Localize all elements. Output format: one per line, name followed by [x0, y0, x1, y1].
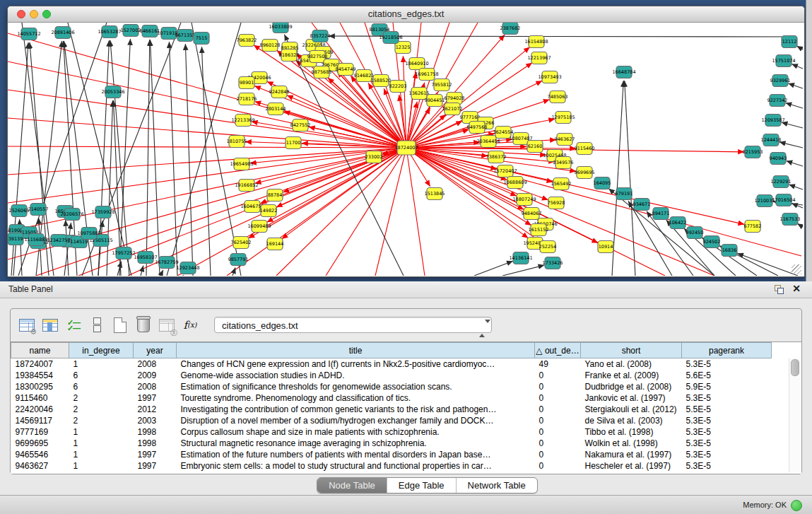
network-node[interactable]: 7625402	[231, 237, 252, 249]
table-cell[interactable]: 1997	[134, 392, 177, 404]
table-cell[interactable]: 2008	[134, 381, 177, 392]
table-row[interactable]: 911546021997Tourette syndrome. Phenomeno…	[11, 392, 772, 404]
network-edge[interactable]	[183, 275, 184, 276]
table-selector-dropdown[interactable]: citations_edges.txt	[214, 317, 492, 333]
table-cell[interactable]: 6	[69, 370, 134, 381]
network-edge[interactable]	[167, 23, 241, 276]
table-row[interactable]: 946362711997Embryonic stem cells: a mode…	[11, 460, 772, 472]
table-header-row[interactable]: namein_degreeyeartitle△ out_de…shortpage…	[11, 343, 772, 358]
network-edge[interactable]	[276, 148, 406, 276]
table-cell[interactable]: Wolkin et al. (1998)	[581, 438, 682, 449]
table-row[interactable]: 1938455462009Genome-wide association stu…	[11, 370, 772, 381]
network-node[interactable]: 8357224	[310, 30, 331, 42]
table-cell[interactable]: 5.3E-5	[682, 358, 772, 370]
table-cell[interactable]: 9463627	[11, 460, 69, 472]
table-cell[interactable]: 2009	[134, 370, 177, 381]
network-node[interactable]: 8960128	[260, 40, 281, 52]
network-edge[interactable]	[406, 72, 416, 148]
table-cell[interactable]: 5.9E-5	[682, 381, 772, 392]
network-edge[interactable]	[146, 40, 150, 276]
network-edge[interactable]	[789, 185, 803, 189]
table-cell[interactable]: Tibbo et al. (1998)	[581, 426, 682, 438]
network-node[interactable]: 992450	[686, 227, 704, 239]
column-header-short[interactable]: short	[581, 343, 682, 358]
table-cell[interactable]: Investigating the contribution of common…	[177, 404, 535, 415]
network-node[interactable]: 9115460	[575, 143, 595, 155]
network-node[interactable]: 1565492	[551, 178, 572, 190]
network-node[interactable]: 252254	[539, 241, 557, 253]
network-node[interactable]: 7485063	[548, 91, 568, 103]
window-resize-grip[interactable]	[792, 264, 801, 274]
close-panel-icon[interactable]: ✕	[792, 283, 801, 294]
network-node[interactable]: 2140557	[28, 204, 49, 216]
table-cell[interactable]: 14569117	[11, 415, 69, 426]
network-edge[interactable]	[185, 44, 193, 276]
memory-status-indicator[interactable]	[791, 500, 802, 511]
network-node[interactable]: 1513845	[425, 188, 445, 200]
network-edge[interactable]	[785, 103, 803, 108]
tab-edge-table[interactable]: Edge Table	[387, 478, 456, 493]
table-cell[interactable]: Jankovic et al. (1997)	[581, 392, 682, 404]
column-header-out_de[interactable]: △ out_de…	[535, 343, 581, 358]
table-cell[interactable]: de Silva et al. (2003)	[581, 415, 682, 426]
network-edge[interactable]	[8, 146, 406, 148]
table-cell[interactable]: 2	[69, 392, 134, 404]
network-node[interactable]: 15720407	[493, 165, 517, 177]
network-edge[interactable]	[110, 40, 129, 276]
network-edge[interactable]	[150, 40, 160, 276]
table-cell[interactable]: Estimation of significance thresholds fo…	[177, 381, 535, 392]
network-node[interactable]: 7963822	[237, 35, 257, 47]
network-node[interactable]: 16648784	[612, 66, 635, 78]
table-cell[interactable]: 1997	[134, 460, 177, 472]
network-node[interactable]: 10914	[598, 241, 613, 253]
network-node[interactable]: 9484067	[522, 208, 542, 220]
network-node[interactable]: 1615152	[529, 224, 549, 236]
network-node[interactable]: 12093587	[761, 115, 784, 127]
table-row[interactable]: 2242004622012Investigating the contribut…	[11, 404, 772, 415]
table-cell[interactable]: Estimation of the future numbers of pati…	[177, 449, 535, 460]
table-cell[interactable]: Embryonic stem cells: a model to study s…	[177, 460, 535, 472]
network-edge[interactable]	[160, 270, 163, 276]
delete-icon[interactable]	[134, 316, 153, 334]
network-edge[interactable]	[267, 148, 406, 222]
rows-icon[interactable]	[88, 316, 106, 334]
table-cell[interactable]: 1998	[134, 426, 177, 438]
table-cell[interactable]: 18300295	[11, 381, 69, 392]
network-node[interactable]: 19166852	[235, 180, 258, 192]
network-node[interactable]: 10688609	[503, 177, 526, 189]
table-cell[interactable]: 9777169	[11, 426, 69, 438]
table-cell[interactable]: 1	[69, 426, 134, 438]
network-node[interactable]: 17016504	[772, 194, 795, 206]
network-node[interactable]: 940943	[770, 153, 787, 165]
network-node[interactable]: 7955812	[432, 79, 452, 91]
tab-node-table[interactable]: Node Table	[317, 478, 387, 493]
network-node[interactable]: 9671355	[175, 30, 196, 42]
network-node[interactable]: 106422	[669, 217, 687, 229]
table-cell[interactable]: 5.3E-5	[682, 449, 772, 460]
network-node[interactable]: 1229291	[771, 176, 792, 188]
network-edge[interactable]	[406, 148, 744, 224]
network-node[interactable]: 894171	[652, 208, 670, 220]
table-row[interactable]: 977716911998Corpus callosum shape and si…	[11, 426, 772, 438]
network-node[interactable]: 1588520	[371, 75, 392, 87]
network-node[interactable]: 2718176	[237, 93, 257, 105]
table-cell[interactable]: 5.3E-5	[682, 438, 772, 449]
table-cell[interactable]: 5.3E-5	[682, 415, 772, 426]
network-node[interactable]: 7386372	[486, 151, 507, 163]
network-node[interactable]: 6497568	[467, 122, 488, 134]
network-node[interactable]: 8186328	[279, 49, 300, 62]
network-node[interactable]: 1621072	[442, 103, 463, 115]
table-cell[interactable]: 0	[535, 426, 581, 438]
network-node[interactable]: 924502	[703, 236, 721, 248]
network-node[interactable]: 2387682	[500, 23, 521, 35]
table-cell[interactable]: 5.3E-5	[682, 426, 772, 438]
table-cell[interactable]: 1	[69, 438, 134, 449]
network-node[interactable]: 9699695	[575, 167, 595, 179]
table-row[interactable]: 969969511998Structural magnetic resonanc…	[11, 438, 772, 449]
network-node[interactable]: 20053346	[101, 86, 124, 98]
network-edge[interactable]	[141, 266, 143, 276]
network-edge[interactable]	[8, 118, 406, 148]
table-cell[interactable]: 22420046	[11, 404, 69, 415]
network-node[interactable]: 12112	[782, 36, 797, 48]
network-node[interactable]: 9242848	[269, 86, 290, 98]
